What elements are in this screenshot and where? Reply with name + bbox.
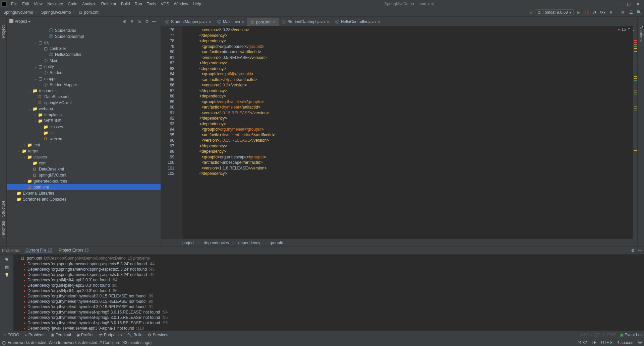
xml-crumb[interactable]: project <box>181 240 196 245</box>
hide-icon[interactable]: — <box>151 19 158 24</box>
problems-hide-icon[interactable]: — <box>638 248 642 253</box>
tree-node[interactable]: ⛋springMVC.xml <box>7 172 161 178</box>
bottom-tab-terminal[interactable]: ▣Terminal <box>48 333 73 337</box>
tree-node[interactable]: ⌄📁target <box>7 148 161 154</box>
maximize-button[interactable]: ▢ <box>624 2 633 6</box>
close-tab-icon[interactable]: ✕ <box>209 20 211 24</box>
menu-tools[interactable]: Tools <box>144 2 159 6</box>
problem-item[interactable]: ●Dependency 'org.thymeleaf:thymeleaf:3.0… <box>13 304 644 309</box>
editor-tab[interactable]: ⒸStudentMapper.java✕ <box>162 18 214 26</box>
problem-item[interactable]: ●Dependency 'org.thymeleaf:thymeleaf-spr… <box>13 315 644 320</box>
xml-crumb[interactable]: dependencies <box>202 240 230 245</box>
problem-item[interactable]: ●Dependency 'org.springframework:spring-… <box>13 267 644 272</box>
problems-list[interactable]: ⌄⛋pom.xmlD:\Desktop\SpringMvcDemo\Spring… <box>13 255 644 331</box>
tree-node[interactable]: ⌄📁WEB-INF <box>7 118 161 124</box>
status-message[interactable]: Frameworks detected: Web framework is de… <box>8 340 152 345</box>
problem-item[interactable]: ●Dependency 'org.thymeleaf:thymeleaf-spr… <box>13 320 644 326</box>
menu-window[interactable]: Window <box>171 2 190 6</box>
minimize-button[interactable]: — <box>614 2 624 6</box>
problem-item[interactable]: ●Dependency 'org.thymeleaf:thymeleaf:3.0… <box>13 293 644 299</box>
stop-button[interactable]: ■ <box>608 10 614 15</box>
project-view-dropdown[interactable]: Project ▾ <box>9 19 30 24</box>
bottom-tab-todo[interactable]: ≡TODO <box>1 333 22 337</box>
breadcrumb-item[interactable]: SpringMvcDemo <box>40 10 72 15</box>
database-tool-button[interactable]: Database <box>639 23 643 45</box>
tree-node[interactable]: ›📁com <box>7 160 161 166</box>
tree-node[interactable]: 📁classes <box>7 124 161 130</box>
menu-help[interactable]: Help <box>190 2 203 6</box>
tree-node[interactable]: ⛋pom.xml <box>7 184 161 190</box>
menu-build[interactable]: Build <box>119 2 132 6</box>
collapse-all-icon[interactable]: ⇲ <box>136 19 143 24</box>
breadcrumb-item[interactable]: ⛋ pom.xml <box>77 10 101 15</box>
vcs-update-icon[interactable]: ⟱ <box>620 10 626 15</box>
tree-node[interactable]: ⒸStudent <box>7 70 161 76</box>
menu-refactor[interactable]: Refactor <box>99 2 119 6</box>
tree-node[interactable]: ›📁Scratches and Consoles <box>7 196 161 202</box>
menu-code[interactable]: Code <box>65 2 80 6</box>
search-icon[interactable]: 🔍 <box>636 10 642 15</box>
close-tab-icon[interactable]: ✕ <box>273 20 276 24</box>
tree-node[interactable]: ⌄📁resources <box>7 88 161 94</box>
tree-node[interactable]: ›📁generated-sources <box>7 178 161 184</box>
locate-icon[interactable]: ⊕ <box>121 19 128 24</box>
structure-icon[interactable]: ☲ <box>628 10 634 15</box>
tree-node[interactable]: ⌄▢controller <box>7 46 161 52</box>
menu-vcs[interactable]: VCS <box>159 2 172 6</box>
bottom-tab-services[interactable]: ⚙Services <box>145 333 171 337</box>
editor-tab[interactable]: ⛋pom.xml✕ <box>247 18 279 26</box>
inspection-summary[interactable]: ●15⌃⌄ <box>618 27 635 32</box>
tree-node[interactable]: ⒸMain <box>7 58 161 64</box>
status-item[interactable]: 4 spaces <box>617 340 633 345</box>
profile-button[interactable]: ⟳▾ <box>600 10 606 15</box>
line-gutter[interactable]: 7677787980818283848586878889909192939495… <box>161 26 178 239</box>
problems-settings-icon[interactable]: ⚙ <box>631 248 635 253</box>
problems-file-header[interactable]: ⌄⛋pom.xmlD:\Desktop\SpringMvcDemo\Spring… <box>13 255 644 261</box>
tree-node[interactable]: ⛋springMVC.xml <box>7 100 161 106</box>
tree-node[interactable]: ⌄▢dsj <box>7 40 161 46</box>
tree-node[interactable]: ›📁test <box>7 142 161 148</box>
settings-icon[interactable]: ⚙ <box>143 19 151 24</box>
menu-analyze[interactable]: Analyze <box>80 2 99 6</box>
breadcrumb-item[interactable]: SpringMvcDemo <box>2 10 35 15</box>
structure-tool-button[interactable]: Structure <box>1 199 6 219</box>
view-mode-icon[interactable]: ◉ <box>5 257 8 261</box>
error-stripe[interactable]: ●15⌃⌄ <box>633 26 637 239</box>
run-button[interactable]: ▶ <box>576 10 582 15</box>
tree-node[interactable]: ⌄📁classes <box>7 154 161 160</box>
tree-node[interactable]: ›📁External Libraries <box>7 190 161 196</box>
problem-item[interactable]: ●Dependency 'org.springframework:spring-… <box>13 261 644 267</box>
tree-node[interactable]: ⌄▢entity <box>7 64 161 70</box>
menu-navigate[interactable]: Navigate <box>45 2 65 6</box>
problems-tab[interactable]: Current File15 <box>24 248 53 253</box>
problem-item[interactable]: ●Dependency 'org.slf4j:slf4j-api:2.0.3' … <box>13 283 644 288</box>
bottom-tab-profiler[interactable]: ◉Profiler <box>74 333 97 337</box>
menu-run[interactable]: Run <box>132 2 144 6</box>
bottom-tab-endpoints[interactable]: ⇄Endpoints <box>97 333 124 337</box>
tree-node[interactable]: ⛋web.xml <box>7 136 161 142</box>
build-icon[interactable]: ↙ <box>530 10 533 15</box>
tree-node[interactable]: ⒾStudentMapper <box>7 82 161 88</box>
project-tool-button[interactable]: Project <box>1 23 6 40</box>
editor-tab[interactable]: ⒸHelloController.java✕ <box>332 18 383 26</box>
tree-node[interactable]: 📁lib <box>7 130 161 136</box>
tree-node[interactable]: ⛋DataBase.xml <box>7 94 161 100</box>
favorites-tool-button[interactable]: Favorites <box>1 219 6 239</box>
tree-node[interactable]: ⒸStudentDaoImpl <box>7 33 161 40</box>
editor-tab[interactable]: ⒸMain.java✕ <box>214 18 247 26</box>
tree-node[interactable]: ›📁templates <box>7 112 161 118</box>
tree-node[interactable]: ⌄📁webapp <box>7 106 161 112</box>
bottom-tab-build[interactable]: 🔨Build <box>124 333 145 337</box>
run-config-dropdown[interactable]: ⛋ Tomcat 9.0.68 ▾ <box>535 9 574 15</box>
problem-item[interactable]: ●Dependency 'org.slf4j:slf4j-api:2.0.3' … <box>13 277 644 283</box>
filter-icon[interactable]: ▤ <box>5 265 9 269</box>
fold-gutter[interactable] <box>178 26 182 239</box>
status-tool-icon[interactable]: ▢ <box>2 340 6 345</box>
menu-file[interactable]: File <box>9 2 20 6</box>
xml-crumb[interactable]: dependency <box>237 240 261 245</box>
close-button[interactable]: ✕ <box>633 2 643 6</box>
problem-item[interactable]: ●Dependency 'org.thymeleaf:thymeleaf-spr… <box>13 309 644 315</box>
code-editor[interactable]: <version>8.0.28</version> </dependency> … <box>182 26 633 239</box>
close-tab-icon[interactable]: ✕ <box>377 20 380 24</box>
bottom-tab-problems[interactable]: ●Problems <box>22 333 48 337</box>
